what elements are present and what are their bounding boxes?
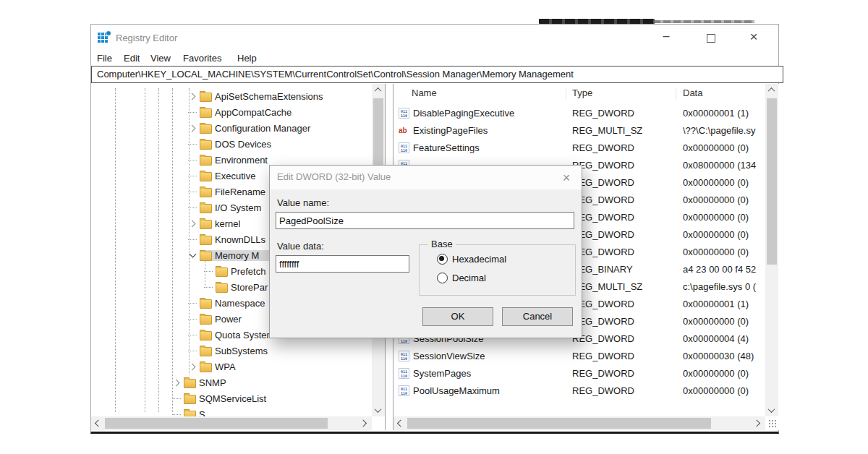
menu-item-help[interactable]: Help <box>237 53 257 64</box>
scroll-down-icon[interactable] <box>372 404 384 416</box>
tree-item-label: DOS Devices <box>212 139 271 150</box>
list-vscroll-thumb[interactable] <box>767 98 777 265</box>
collapse-chevron-icon[interactable] <box>189 251 196 258</box>
value-name: ExistingPageFiles <box>413 122 569 140</box>
folder-icon <box>216 267 228 277</box>
radio-decimal-icon[interactable] <box>437 273 448 283</box>
folder-icon <box>200 363 212 372</box>
background-artifact <box>539 19 655 24</box>
registry-editor-app-icon <box>98 30 111 44</box>
folder-icon <box>184 411 196 417</box>
address-bar[interactable]: Computer\HKEY_LOCAL_MACHINE\SYSTEM\Curre… <box>91 66 783 83</box>
resize-grip[interactable] <box>768 419 777 428</box>
value-type: REG_DWORD <box>572 296 681 313</box>
column-separator[interactable] <box>566 88 566 100</box>
list-hscroll-thumb[interactable] <box>407 418 711 429</box>
list-vertical-scrollbar[interactable] <box>765 84 778 416</box>
value-row-existingpagefiles[interactable]: abExistingPageFilesREG_MULTI_SZ\??\C:\pa… <box>393 122 765 140</box>
scroll-up-icon[interactable] <box>765 84 778 96</box>
radio-hexadecimal[interactable]: Hexadecimal <box>437 254 506 265</box>
value-data: 0x00000000 (0) <box>683 226 765 244</box>
value-type: REG_DWORD <box>572 330 681 348</box>
value-type: REG_BINARY <box>572 261 681 278</box>
list-horizontal-scrollbar[interactable] <box>393 416 765 430</box>
expand-chevron-icon[interactable] <box>188 220 195 227</box>
tree-item-dos-devices[interactable]: DOS Devices <box>91 136 372 152</box>
column-header-name[interactable]: Name <box>412 87 437 98</box>
menu-item-file[interactable]: File <box>97 53 112 64</box>
tree-item-subsystems[interactable]: SubSystems <box>91 343 372 359</box>
scroll-left-icon[interactable] <box>393 417 406 429</box>
radio-hexadecimal-icon[interactable] <box>437 254 448 265</box>
value-type: REG_DWORD <box>572 365 681 382</box>
tree-hscroll-thumb[interactable] <box>105 418 328 429</box>
menu-item-view[interactable]: View <box>150 53 171 64</box>
tree-item-label: Power <box>212 314 242 325</box>
value-row-disablepagingexecutive[interactable]: 011110DisablePagingExecutiveREG_DWORD0x0… <box>393 105 765 122</box>
tree-item-label: Quota System <box>212 330 274 340</box>
dword-value-icon: 011110 <box>399 368 409 379</box>
expand-chevron-icon[interactable] <box>188 124 195 132</box>
value-data: \??\C:\pagefile.sy <box>683 122 765 140</box>
tree-item-snmp[interactable]: SNMP <box>91 374 372 390</box>
value-type: REG_DWORD <box>572 192 681 209</box>
tree-item-label: kernel <box>212 218 240 229</box>
maximize-icon <box>707 34 715 43</box>
value-row-sessionviewsize[interactable]: 011110SessionViewSizeREG_DWORD0x00000030… <box>393 348 765 365</box>
tree-item-configuration-manager[interactable]: Configuration Manager <box>91 120 372 136</box>
radio-hexadecimal-label: Hexadecimal <box>452 254 506 265</box>
expand-chevron-icon[interactable] <box>188 93 195 100</box>
menu-item-favorites[interactable]: Favorites <box>183 53 221 64</box>
tree-connector <box>172 398 181 399</box>
tree-item-label: Configuration Manager <box>212 123 310 134</box>
tree-item-appcompatcache[interactable]: AppCompatCache <box>91 104 372 120</box>
value-row-featuresettings[interactable]: 011110FeatureSettingsREG_DWORD0x00000000… <box>393 140 765 157</box>
maximize-button[interactable] <box>699 27 723 48</box>
value-type: REG_DWORD <box>572 226 681 244</box>
dword-value-icon: 011110 <box>399 142 409 153</box>
tree-item-label: ApiSetSchemaExtensions <box>212 91 323 102</box>
dialog-close-icon[interactable]: × <box>557 168 576 187</box>
minimize-button[interactable]: – <box>654 27 678 48</box>
tree-connector <box>188 303 197 304</box>
menu-bar: FileEditViewFavoritesHelp <box>91 52 778 66</box>
expand-chevron-icon[interactable] <box>188 363 195 370</box>
value-data: 0x00000000 (0) <box>683 140 765 157</box>
tree-item-apisetschemaextensions[interactable]: ApiSetSchemaExtensions <box>91 88 372 104</box>
value-data-label: Value data: <box>277 241 324 252</box>
value-data-input[interactable] <box>276 255 409 273</box>
expand-chevron-icon[interactable] <box>172 379 179 386</box>
ok-button[interactable]: OK <box>422 307 493 326</box>
column-header-type[interactable]: Type <box>572 87 592 98</box>
scroll-right-icon[interactable] <box>752 417 764 429</box>
column-separator[interactable] <box>676 88 676 100</box>
radio-decimal[interactable]: Decimal <box>437 273 486 283</box>
column-header-data[interactable]: Data <box>683 87 702 98</box>
value-name-input[interactable] <box>276 212 574 229</box>
cancel-button[interactable]: Cancel <box>502 307 573 326</box>
tree-item-sqmservicelist[interactable]: SQMServiceList <box>91 390 372 406</box>
value-data: 0x00000000 (0) <box>683 174 765 192</box>
value-type: REG_MULTI_SZ <box>572 122 681 140</box>
value-row-poolusagemaximum[interactable]: 011110PoolUsageMaximumREG_DWORD0x0000000… <box>393 382 765 400</box>
tree-horizontal-scrollbar[interactable] <box>91 416 372 430</box>
tree-item-label: SQMServiceList <box>196 393 266 404</box>
value-data: 0x00000000 (0) <box>683 313 765 330</box>
base-group-label: Base <box>428 239 456 249</box>
value-type: REG_DWORD <box>572 105 681 122</box>
tree-item-wpa[interactable]: WPA <box>91 359 372 374</box>
scroll-left-icon[interactable] <box>91 417 103 429</box>
tree-item-label: S <box>196 409 205 417</box>
scroll-right-icon[interactable] <box>358 417 370 429</box>
menu-item-edit[interactable]: Edit <box>124 53 140 64</box>
value-name-label: Value name: <box>277 197 329 208</box>
scroll-up-icon[interactable] <box>372 84 384 96</box>
value-data: a4 23 00 00 f4 52 <box>683 261 765 278</box>
dword-value-icon: 011110 <box>399 351 409 361</box>
tree-item-s[interactable]: S <box>91 406 372 416</box>
scroll-down-icon[interactable] <box>765 404 778 416</box>
value-row-systempages[interactable]: 011110SystemPagesREG_DWORD0x00000000 (0) <box>393 365 765 382</box>
close-button[interactable]: × <box>741 27 766 48</box>
app-icon-gear <box>106 30 111 36</box>
screenshot-stage: Registry Editor – × FileEditViewFavorite… <box>0 0 868 454</box>
